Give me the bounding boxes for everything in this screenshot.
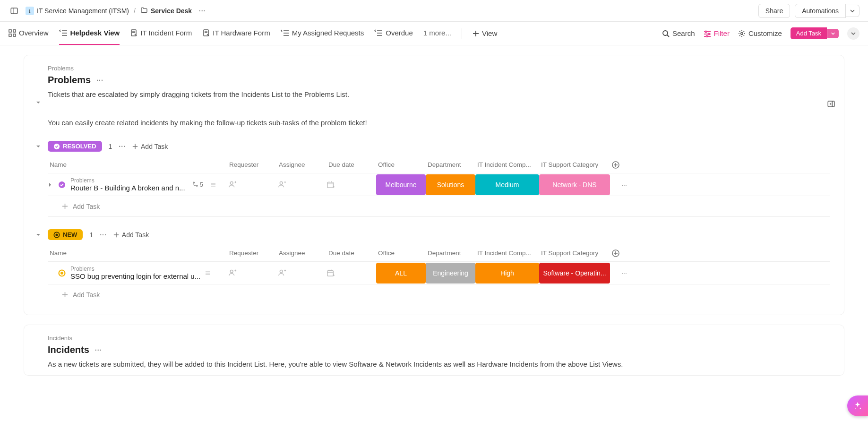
section-breadcrumb: Incidents [48,335,830,342]
col-name[interactable]: Name [48,161,227,168]
office-cell[interactable]: Melbourne [376,174,426,195]
svg-point-68 [60,272,63,275]
col-office[interactable]: Office [376,249,426,257]
svg-rect-2 [9,30,11,32]
tag-office[interactable]: ALL [376,263,426,284]
col-name[interactable]: Name [48,249,227,257]
status-pill-resolved[interactable]: RESOLVED [48,141,102,152]
complexity-cell[interactable]: High [475,263,539,284]
panel-toggle-button[interactable] [827,100,835,108]
table-row[interactable]: Problems Router B - Building A broken an… [48,173,830,196]
tag-office[interactable]: Melbourne [376,174,426,195]
col-due[interactable]: Due date [327,161,376,168]
requester-cell[interactable] [227,179,277,190]
tag-department[interactable]: Solutions [426,174,475,195]
add-task-dropdown[interactable] [827,29,839,38]
customize-button[interactable]: Customize [738,29,782,37]
breadcrumb-workspace[interactable]: i IT Service Management (ITSM) [24,6,131,16]
table-row[interactable]: ▶ Problems SSO bug preventing login for … [48,262,830,284]
assign-requester-button[interactable] [227,267,238,278]
tab-incident-form[interactable]: IT Incident Form [130,22,192,45]
section-title: Incidents [48,344,89,355]
tag-category[interactable]: Network - DNS [539,174,610,195]
add-task-button[interactable]: Add Task [791,27,827,39]
status-pill-new[interactable]: NEW [48,229,83,240]
automations-dropdown[interactable] [846,5,859,17]
assign-assignee-button[interactable] [277,179,287,189]
share-button[interactable]: Share [758,4,790,18]
group-more-icon[interactable]: ··· [100,231,107,239]
col-complexity[interactable]: IT Incident Comp... [475,249,539,257]
section-collapse-caret[interactable] [35,100,41,105]
tag-category[interactable]: Software - Operatin... [539,263,610,284]
tag-complexity[interactable]: High [475,263,539,284]
tag-complexity[interactable]: Medium [475,174,539,195]
tab-overdue[interactable]: Overdue [374,22,413,45]
col-due[interactable]: Due date [327,249,376,257]
office-cell[interactable]: ALL [376,263,426,284]
col-office[interactable]: Office [376,161,426,168]
breadcrumb-more-icon[interactable]: ··· [197,5,208,17]
assignee-cell[interactable] [277,267,327,278]
col-assignee[interactable]: Assignee [277,249,327,257]
chevron-right-icon [48,182,52,187]
col-requester[interactable]: Requester [227,249,277,257]
tab-helpdesk[interactable]: Helpdesk View [59,22,120,45]
row-more-button[interactable]: ··· [610,181,638,189]
tab-more[interactable]: 1 more... [423,22,451,45]
col-assignee[interactable]: Assignee [277,161,327,168]
tab-hardware-form[interactable]: IT Hardware Form [202,22,270,45]
category-cell[interactable]: Network - DNS [539,174,610,195]
col-department[interactable]: Department [426,161,475,168]
group-add-task-button[interactable]: Add Task [113,231,149,239]
group-add-task-button[interactable]: Add Task [132,143,168,150]
subtask-number: 5 [200,181,203,188]
group-collapse-caret[interactable] [35,232,41,238]
subtask-count[interactable]: 5 [190,180,206,189]
task-name[interactable]: SSO bug preventing login for external u.… [70,272,200,280]
due-cell[interactable] [327,269,376,277]
set-due-date-button[interactable] [327,180,376,189]
search-button[interactable]: Search [662,29,695,37]
department-cell[interactable]: Solutions [426,174,475,195]
group-more-icon[interactable]: ··· [119,143,126,150]
filter-button[interactable]: Filter [704,29,730,37]
add-column-button[interactable] [610,249,638,257]
section-more-icon[interactable]: ··· [95,346,102,354]
add-task-row[interactable]: Add Task [48,284,830,305]
requester-cell[interactable] [227,267,277,278]
tag-department[interactable]: Engineering [426,263,475,284]
set-due-date-button[interactable] [327,269,376,277]
add-view-button[interactable]: View [473,29,497,37]
category-cell[interactable]: Software - Operatin... [539,263,610,284]
section-more-icon[interactable]: ··· [96,77,103,84]
complexity-cell[interactable]: Medium [475,174,539,195]
row-more-button[interactable]: ··· [610,269,638,277]
add-task-row[interactable]: Add Task [48,196,830,217]
tab-overview[interactable]: Overview [9,22,49,45]
breadcrumb-page[interactable]: Service Desk [138,6,194,16]
row-expand-caret[interactable] [48,182,53,187]
more-menu-button[interactable] [847,27,859,40]
col-department[interactable]: Department [426,249,475,257]
automations-button[interactable]: Automations [795,4,846,18]
list-arrow-icon [59,29,68,37]
department-cell[interactable]: Engineering [426,263,475,284]
col-category[interactable]: IT Support Category [539,249,610,257]
col-requester[interactable]: Requester [227,161,277,168]
task-name[interactable]: Router B - Building A broken and n... [70,184,185,192]
status-new-icon [58,269,66,277]
sidebar-toggle-icon[interactable] [9,5,20,17]
svg-point-26 [705,31,706,32]
assign-requester-button[interactable] [227,179,238,189]
assignee-cell[interactable] [277,179,327,190]
due-cell[interactable] [327,180,376,189]
col-category[interactable]: IT Support Category [539,161,610,168]
col-complexity[interactable]: IT Incident Comp... [475,161,539,168]
assign-assignee-button[interactable] [277,267,287,278]
tab-my-requests[interactable]: My Assigned Requests [281,22,364,45]
group-collapse-caret[interactable] [35,144,41,149]
drag-handle-icon[interactable] [210,182,216,188]
drag-handle-icon[interactable] [205,270,211,276]
add-column-button[interactable] [610,161,638,169]
